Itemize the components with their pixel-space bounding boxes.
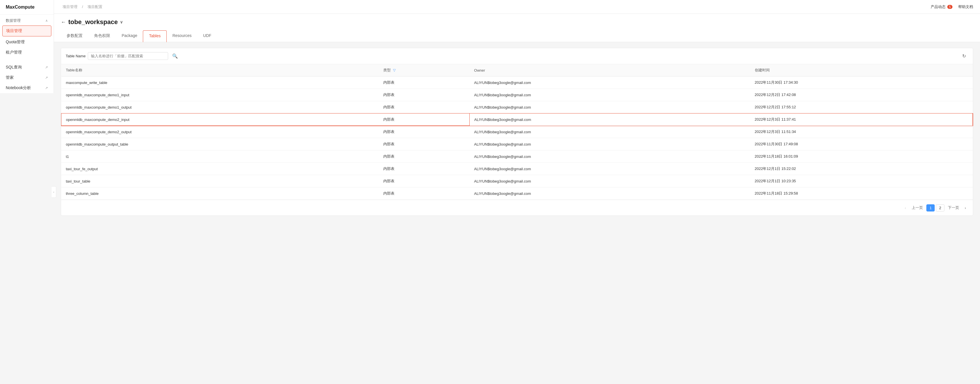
sidebar-item-sql[interactable]: SQL查询 ↗ [0,62,54,73]
tab-tables[interactable]: Tables [143,30,166,42]
table-cell-type: 内部表 [379,113,469,126]
table-cell-created: 2022年12月2日 17:55:12 [750,101,973,113]
table-cell-type: 内部表 [379,187,469,200]
search-label: Table Name [66,54,86,58]
tab-package[interactable]: Package [116,30,143,42]
table-cell-name: maxcompute_write_table [61,76,379,89]
table-cell-created: 2022年12月3日 11:51:34 [750,126,973,138]
table-cell-name: taxi_tour_fe_output [61,163,379,175]
page-2-btn[interactable]: 2 [936,204,944,211]
table-row[interactable]: three_column_table内部表ALIYUN$tobeg3oogle@… [61,187,973,200]
table-cell-owner: ALIYUN$tobeg3oogle@gmail.com [469,126,750,138]
prev-page-icon[interactable]: ‹ [902,205,908,211]
type-filter-icon[interactable]: ▽ [393,68,396,72]
table-cell-name: openmldb_maxcompute_demo1_output [61,101,379,113]
table-cell-name: t1 [61,151,379,163]
table-cell-name: three_column_table [61,187,379,200]
table-cell-owner: ALIYUN$tobeg3oogle@gmail.com [469,151,750,163]
table-row[interactable]: maxcompute_write_table内部表ALIYUN$tobeg3oo… [61,76,973,89]
tab-roles[interactable]: 角色权限 [88,30,116,42]
external-icon: ↗ [45,76,48,80]
table-header-row: Table名称 类型 ▽ Owner 创建时间 [61,64,973,76]
content-area: Table Name 🔍 ↻ Table名称 类型 ▽ Owner 创建时间 [54,42,980,384]
external-icon: ↗ [45,65,48,69]
tab-udf[interactable]: UDF [197,30,217,42]
table-cell-owner: ALIYUN$tobeg3oogle@gmail.com [469,187,750,200]
table-cell-owner: ALIYUN$tobeg3oogle@gmail.com [469,101,750,113]
breadcrumb-separator: / [82,5,83,9]
next-page-icon[interactable]: › [963,205,968,211]
sidebar-item-tenant-management[interactable]: 租户管理 [0,47,54,58]
workspace-name: tobe_workspace [68,18,118,26]
section-data-management[interactable]: 数据管理 ∧ [0,14,54,25]
table-cell-owner: ALIYUN$tobeg3oogle@gmail.com [469,163,750,175]
table-cell-owner: ALIYUN$tobeg3oogle@gmail.com [469,113,750,126]
table-row[interactable]: openmldb_maxcompute_demo2_output内部表ALIYU… [61,126,973,138]
table-cell-created: 2022年12月1日 15:22:02 [750,163,973,175]
refresh-button[interactable]: ↻ [960,52,968,60]
tables-table: Table名称 类型 ▽ Owner 创建时间 maxcompute_write… [61,64,973,200]
col-header-type: 类型 ▽ [379,64,469,76]
sidebar-item-manager[interactable]: 管家 ↗ [0,73,54,83]
search-button[interactable]: 🔍 [170,52,180,60]
sidebar-item-notebook[interactable]: Notebook分析 ↗ [0,83,54,93]
table-cell-created: 2022年11月18日 16:01:09 [750,151,973,163]
sidebar-toggle[interactable]: ‹ [52,186,56,198]
col-header-owner: Owner [469,64,750,76]
table-row[interactable]: taxi_tour_table内部表ALIYUN$tobeg3oogle@gma… [61,175,973,187]
table-row[interactable]: openmldb_maxcompute_demo2_input内部表ALIYUN… [61,113,973,126]
next-page-btn[interactable]: 下一页 [946,204,961,211]
table-row[interactable]: taxi_tour_fe_output内部表ALIYUN$tobeg3oogle… [61,163,973,175]
prev-page-btn[interactable]: 上一页 [909,204,925,211]
sidebar-item-quota-management[interactable]: Quota管理 [0,37,54,47]
collapse-icon: ∧ [45,19,48,23]
app-logo: MaxCompute [0,0,54,14]
table-cell-type: 内部表 [379,126,469,138]
table-row[interactable]: openmldb_maxcompute_demo1_output内部表ALIYU… [61,101,973,113]
topbar: 项目管理 / 项目配置 产品动态 5 帮助文档 [54,0,980,14]
breadcrumb-item-config: 项目配置 [88,5,102,9]
table-cell-created: 2022年12月2日 17:42:08 [750,89,973,101]
search-input[interactable] [88,52,168,60]
table-cell-created: 2022年11月18日 15:29:58 [750,187,973,200]
product-news-badge: 5 [947,5,953,9]
pagination: ‹ 上一页 1 2 下一页 › [61,200,973,216]
search-bar: Table Name 🔍 ↻ [61,48,973,64]
table-cell-created: 2022年11月30日 17:34:30 [750,76,973,89]
table-row[interactable]: openmldb_maxcompute_output_table内部表ALIYU… [61,138,973,151]
product-news-btn[interactable]: 产品动态 5 [931,4,953,10]
table-cell-type: 内部表 [379,175,469,187]
table-cell-name: openmldb_maxcompute_output_table [61,138,379,151]
help-docs-btn[interactable]: 帮助文档 [958,4,973,10]
table-cell-owner: ALIYUN$tobeg3oogle@gmail.com [469,76,750,89]
page-header: ← tobe_workspace ∨ 参数配置 角色权限 Package Tab… [54,14,980,42]
breadcrumb: 项目管理 / 项目配置 [61,4,104,10]
workspace-dropdown-icon[interactable]: ∨ [120,20,123,24]
table-cell-type: 内部表 [379,151,469,163]
table-cell-name: openmldb_maxcompute_demo2_input [61,113,379,126]
table-cell-created: 2022年12月3日 11:37:41 [750,113,973,126]
table-cell-name: openmldb_maxcompute_demo2_output [61,126,379,138]
table-cell-owner: ALIYUN$tobeg3oogle@gmail.com [469,89,750,101]
table-cell-owner: ALIYUN$tobeg3oogle@gmail.com [469,175,750,187]
table-row[interactable]: openmldb_maxcompute_demo1_input内部表ALIYUN… [61,89,973,101]
tabs: 参数配置 角色权限 Package Tables Resources UDF [61,30,973,42]
table-cell-type: 内部表 [379,101,469,113]
table-cell-name: taxi_tour_table [61,175,379,187]
external-icon: ↗ [45,86,48,90]
col-header-created: 创建时间 [750,64,973,76]
table-cell-name: openmldb_maxcompute_demo1_input [61,89,379,101]
topbar-actions: 产品动态 5 帮助文档 [931,4,973,10]
breadcrumb-item-project[interactable]: 项目管理 [62,5,78,9]
back-button[interactable]: ← [61,19,66,25]
table-row[interactable]: t1内部表ALIYUN$tobeg3oogle@gmail.com2022年11… [61,151,973,163]
table-cell-owner: ALIYUN$tobeg3oogle@gmail.com [469,138,750,151]
table-cell-type: 内部表 [379,76,469,89]
tab-resources[interactable]: Resources [167,30,197,42]
table-cell-created: 2022年11月30日 17:49:08 [750,138,973,151]
tab-params[interactable]: 参数配置 [61,30,88,42]
col-header-name: Table名称 [61,64,379,76]
sidebar-item-project-management[interactable]: 项目管理 [2,25,51,36]
page-1-btn[interactable]: 1 [926,204,935,211]
table-container: Table Name 🔍 ↻ Table名称 类型 ▽ Owner 创建时间 [61,48,973,216]
